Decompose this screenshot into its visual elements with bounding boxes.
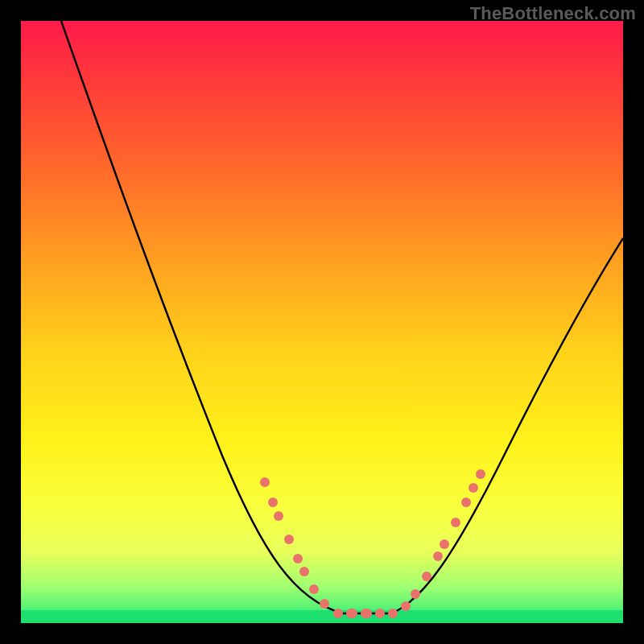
marker-dot: [422, 572, 431, 581]
marker-dot: [268, 497, 278, 507]
marker-dot: [320, 599, 329, 609]
marker-dot: [299, 567, 309, 576]
marker-dot: [293, 554, 303, 564]
marker-dot: [469, 483, 478, 493]
marker-dot: [401, 601, 411, 611]
curve-path: [61, 21, 623, 613]
marker-dot: [333, 609, 343, 618]
marker-dot: [346, 609, 357, 618]
bottleneck-curve: [21, 21, 623, 623]
marker-dot: [388, 609, 398, 618]
marker-dot: [476, 469, 485, 479]
marker-dot: [274, 511, 283, 521]
marker-dot: [433, 551, 443, 561]
marker-dot: [451, 518, 460, 527]
marker-dot: [440, 539, 449, 549]
marker-dot: [284, 535, 294, 544]
marker-dot: [411, 589, 420, 599]
marker-dot: [375, 609, 385, 618]
marker-dot: [361, 609, 372, 618]
marker-dot: [260, 477, 270, 487]
marker-dot: [309, 584, 319, 594]
plot-area: [21, 21, 623, 623]
watermark-text: TheBottleneck.com: [470, 3, 636, 24]
marker-dot: [461, 497, 471, 507]
